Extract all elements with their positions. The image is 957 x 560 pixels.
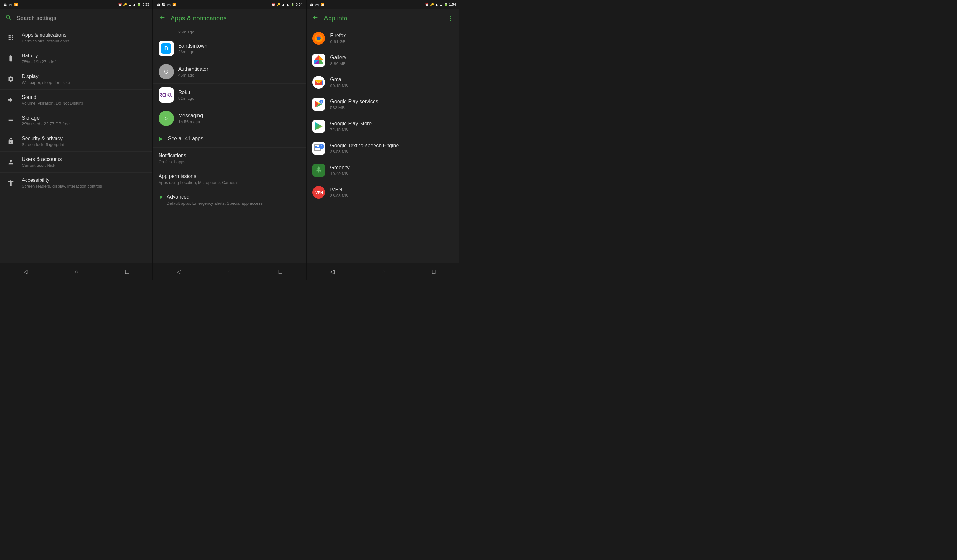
security-title: Security & privacy: [22, 136, 147, 142]
apps-list: 25m ago B Bandsintown 26m ago G Authenti…: [153, 27, 306, 263]
voicemail-icon-3: ☎: [310, 3, 314, 6]
info-item-gmail[interactable]: Gmail 90.15 MB: [306, 71, 459, 93]
battery-icon: [5, 53, 17, 64]
play-services-name: Google Play services: [330, 99, 454, 105]
tts-name: Google Text-to-speech Engine: [330, 143, 454, 148]
settings-item-sound[interactable]: Sound Volume, vibration, Do Not Disturb: [0, 90, 153, 110]
status-left-icons-2: ☎ 🖼 🎮 📶: [156, 3, 176, 6]
messaging-time: 1h 56m ago: [178, 119, 301, 124]
gallery-text: Gallery 8.86 MB: [330, 55, 454, 66]
storage-text: Storage 29% used - 22.77 GB free: [22, 115, 147, 126]
settings-item-apps[interactable]: Apps & notifications Permissions, defaul…: [0, 27, 153, 48]
settings-list: Apps & notifications Permissions, defaul…: [0, 27, 153, 263]
search-bar[interactable]: Search settings: [0, 9, 153, 27]
security-icon: [5, 136, 17, 147]
app-permissions-section[interactable]: App permissions Apps using Location, Mic…: [153, 169, 306, 189]
notifications-subtitle: On for all apps: [158, 159, 301, 164]
info-item-firefox[interactable]: Firefox 0.91 GB: [306, 27, 459, 49]
recents-nav-btn-1[interactable]: □: [119, 266, 135, 278]
back-nav-btn-1[interactable]: ◁: [17, 266, 35, 278]
battery-icon-2: 🔋: [291, 3, 294, 6]
game-icon-2: 🎮: [167, 3, 171, 6]
sound-subtitle: Volume, vibration, Do Not Disturb: [22, 101, 147, 106]
play-store-text: Google Play Store 72.15 MB: [330, 121, 454, 132]
accessibility-title: Accessibility: [22, 177, 147, 183]
home-nav-btn-1[interactable]: ○: [69, 266, 85, 278]
recents-nav-btn-3[interactable]: □: [426, 266, 442, 278]
firefox-text: Firefox 0.91 GB: [330, 33, 454, 44]
app-item-messaging[interactable]: ☺ Messaging 1h 56m ago: [153, 107, 306, 130]
info-item-play-services[interactable]: + Google Play services 532 MB: [306, 93, 459, 115]
tts-size: 28.53 MB: [330, 149, 454, 154]
settings-item-users[interactable]: Users & accounts Current user: Nick: [0, 152, 153, 172]
firefox-name: Firefox: [330, 33, 454, 39]
svg-rect-29: [315, 148, 318, 149]
roku-text: Roku 52m ago: [178, 90, 301, 101]
partial-app-item[interactable]: 25m ago: [153, 27, 306, 37]
signal-icon-2: ▲: [286, 3, 289, 6]
back-nav-btn-2[interactable]: ◁: [171, 266, 188, 278]
advanced-title: Advanced: [167, 194, 263, 200]
back-button-2[interactable]: [158, 14, 166, 23]
gmail-text: Gmail 90.15 MB: [330, 77, 454, 88]
home-nav-btn-2[interactable]: ○: [222, 266, 238, 278]
info-item-greenify[interactable]: Greenify 10.49 MB: [306, 159, 459, 181]
key-icon-3: 🔑: [430, 3, 434, 6]
battery-title: Battery: [22, 53, 147, 59]
security-text: Security & privacy Screen lock, fingerpr…: [22, 136, 147, 147]
battery-icon-3: 🔋: [444, 3, 448, 6]
app-item-roku[interactable]: ROKU Roku 52m ago: [153, 84, 306, 107]
app-info-title: App info: [324, 15, 347, 22]
status-bar-1: ☎ 🎮 📶 ⏰ 🔑 ▲ ▲ 🔋 3:33: [0, 0, 153, 9]
apps-text: Apps & notifications Permissions, defaul…: [22, 32, 147, 43]
signal-icon-3: ▲: [440, 3, 443, 6]
alarm-icon-3: ⏰: [425, 3, 429, 6]
app-item-authenticator[interactable]: G Authenticator 45m ago: [153, 60, 306, 84]
back-button-3[interactable]: [312, 14, 319, 23]
status-left-icons-3: ☎ 🎮 📶: [310, 3, 324, 6]
settings-item-accessibility[interactable]: Accessibility Screen readers, display, i…: [0, 172, 153, 193]
settings-item-storage[interactable]: Storage 29% used - 22.77 GB free: [0, 110, 153, 131]
app-item-bandsintown[interactable]: B Bandsintown 26m ago: [153, 37, 306, 60]
play-store-size: 72.15 MB: [330, 127, 454, 132]
settings-item-display[interactable]: Display Wallpaper, sleep, font size: [0, 69, 153, 90]
advanced-section[interactable]: ▼ Advanced Default apps, Emergency alert…: [153, 189, 306, 210]
users-text: Users & accounts Current user: Nick: [22, 156, 147, 168]
key-icon-2: 🔑: [276, 3, 280, 6]
display-text: Display Wallpaper, sleep, font size: [22, 74, 147, 85]
info-item-ivpn[interactable]: IVPN IVPN 38.98 MB: [306, 181, 459, 203]
svg-text:": ": [321, 145, 322, 148]
apps-notifications-panel: ☎ 🖼 🎮 📶 ⏰ 🔑 ▲ ▲ 🔋 3:34 Apps & notificati…: [153, 0, 306, 280]
notifications-section[interactable]: Notifications On for all apps: [153, 148, 306, 169]
svg-text:+: +: [321, 101, 322, 104]
wifi-icon-2: ▲: [282, 3, 285, 6]
more-options-button[interactable]: ⋮: [448, 14, 454, 22]
recents-nav-btn-2[interactable]: □: [272, 266, 289, 278]
game-icon-3: 🎮: [315, 3, 319, 6]
back-nav-btn-3[interactable]: ◁: [324, 266, 341, 278]
ivpn-text: IVPN 38.98 MB: [330, 187, 454, 198]
search-placeholder: Search settings: [17, 15, 56, 22]
see-all-apps[interactable]: ▶ See all 41 apps: [153, 130, 306, 148]
bandsintown-time: 26m ago: [178, 49, 301, 54]
settings-item-battery[interactable]: Battery 75% - 19h 27m left: [0, 48, 153, 69]
gallery-size: 8.86 MB: [330, 61, 454, 66]
sound-icon: [5, 94, 17, 106]
voicemail-icon: ☎: [3, 3, 7, 6]
app-info-header: App info ⋮: [306, 9, 459, 27]
info-item-tts[interactable]: " Google Text-to-speech Engine 28.53 MB: [306, 137, 459, 159]
wifi-icon-1: ▲: [128, 3, 131, 6]
gallery-icon: [312, 53, 326, 67]
bottom-nav-1: ◁ ○ □: [0, 263, 153, 280]
play-services-size: 532 MB: [330, 105, 454, 110]
home-nav-btn-3[interactable]: ○: [375, 266, 392, 278]
gmail-icon: [312, 75, 326, 89]
info-item-gallery[interactable]: Gallery 8.86 MB: [306, 49, 459, 71]
settings-item-security[interactable]: Security & privacy Screen lock, fingerpr…: [0, 131, 153, 152]
wifi-icon-3: ▲: [435, 3, 438, 6]
apps-notifications-title: Apps & notifications: [171, 15, 227, 22]
sound-title: Sound: [22, 95, 147, 100]
notifications-title: Notifications: [158, 153, 301, 158]
status-left-icons-1: ☎ 🎮 📶: [3, 3, 18, 6]
info-item-play-store[interactable]: Google Play Store 72.15 MB: [306, 115, 459, 137]
